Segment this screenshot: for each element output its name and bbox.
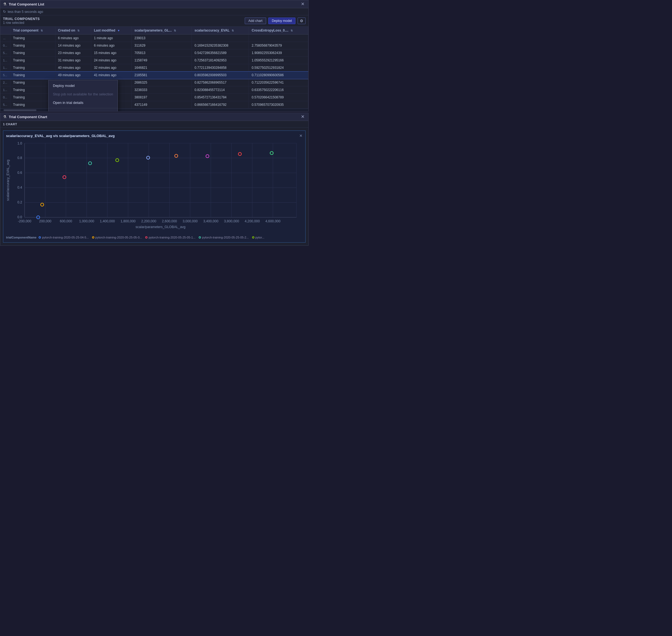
refresh-bar: ↻ less than 5 seconds ago <box>0 8 308 15</box>
add-chart-button[interactable]: Add chart <box>245 18 266 24</box>
table-row[interactable]: 5...Training23 minutes ago15 minutes ago… <box>0 49 308 57</box>
table-cell-4-5: 0.7721139430284858 <box>191 64 249 72</box>
svg-text:1,000,000: 1,000,000 <box>79 219 94 223</box>
svg-text:0.0: 0.0 <box>17 215 22 219</box>
table-cell-1-6: 2.758056879043579 <box>249 42 308 49</box>
table-cell-3-5: 0.7256371814092953 <box>191 57 249 64</box>
scroll-thumb[interactable] <box>4 110 37 111</box>
table-cell-5-4: 2185581 <box>131 72 191 79</box>
table-cell-8-0: 0... <box>0 94 10 101</box>
svg-text:0.6: 0.6 <box>17 171 22 175</box>
svg-text:600,000: 600,000 <box>60 219 72 223</box>
table-cell-8-5: 0.8545727136431784 <box>191 94 249 101</box>
settings-button[interactable]: ⚙ <box>298 18 306 24</box>
svg-text:1.0: 1.0 <box>17 141 22 145</box>
table-cell-2-2: 23 minutes ago <box>55 49 91 57</box>
svg-text:3,400,000: 3,400,000 <box>203 219 219 223</box>
refresh-icon: ↻ <box>3 9 6 14</box>
table-cell-4-0: 1... <box>0 64 10 72</box>
col-header-param[interactable]: scalar/parameters_GL... ⇅ <box>131 26 191 35</box>
deploy-model-button[interactable]: Deploy model <box>268 18 296 24</box>
legend-text-2: pytorch-training-2020-05-25-05-0... <box>95 236 142 239</box>
sort-icon-name: ⇅ <box>41 29 43 32</box>
table-cell-0-4: 239013 <box>131 35 191 42</box>
legend-item-5: pytor... <box>252 236 264 239</box>
panel-title-top: Trial Component List <box>9 2 298 6</box>
trial-component-list-panel: ⚗ Trial Component List ✕ ↻ less than 5 s… <box>0 0 309 112</box>
svg-text:200,000: 200,000 <box>39 219 52 223</box>
panel-header-bottom: ⚗ Trial Component Chart ✕ <box>0 113 308 121</box>
chart-svg: 0.0 0.2 0.4 0.6 0.8 1.0 scalar/accuracy_… <box>6 140 303 233</box>
col-header-created[interactable]: Created on ⇅ <box>55 26 91 35</box>
sort-icon-created: ⇅ <box>77 29 80 32</box>
context-menu-copy[interactable]: Copy cell contents <box>48 110 118 111</box>
toolbar-top: TRIAL COMPONENTS 1 row selected Add char… <box>0 15 308 26</box>
table-cell-6-6: 0.7122035622596741 <box>249 79 308 86</box>
table-cell-0-2: 6 minutes ago <box>55 35 91 42</box>
legend-text-5: pytor... <box>256 236 264 239</box>
table-cell-9-5: 0.8665667166416792 <box>191 101 249 108</box>
table-header: Trial component ⇅ Created on ⇅ Last modi… <box>0 26 308 35</box>
legend-text-3: pytorch-training-2020-05-25-05-1... <box>148 236 196 239</box>
svg-text:2,200,000: 2,200,000 <box>141 219 156 223</box>
svg-text:3,800,000: 3,800,000 <box>224 219 239 223</box>
legend-item-3: pytorch-training-2020-05-25-05-1... <box>145 236 196 239</box>
table-cell-4-3: 32 minutes ago <box>91 64 131 72</box>
table-row[interactable]: 5...Training49 minutes ago41 minutes ago… <box>0 72 308 79</box>
svg-text:0.4: 0.4 <box>17 185 22 190</box>
close-panel-bottom-button[interactable]: ✕ <box>300 115 306 119</box>
table-row[interactable]: 1...Training32383330.8230884557721140.63… <box>0 86 308 94</box>
toolbar-right: Add chart Deploy model ⚙ <box>245 18 306 24</box>
close-panel-top-button[interactable]: ✕ <box>300 2 306 6</box>
table-cell-1-4: 311629 <box>131 42 191 49</box>
sort-icon-loss: ⇅ <box>290 29 293 32</box>
refresh-text: less than 5 seconds ago <box>8 10 43 14</box>
legend-item-2: pytorch-training-2020-05-25-05-0... <box>92 236 142 239</box>
svg-text:scalar/accuracy_EVAL_avg: scalar/accuracy_EVAL_avg <box>6 160 10 201</box>
chart-container: scalar/accuracy_EVAL_avg v/s scalar/para… <box>3 131 306 243</box>
table-cell-2-4: 705813 <box>131 49 191 57</box>
table-cell-9-4: 4371149 <box>131 101 191 108</box>
table-row[interactable]: 2...Training26863250.82758620689655170.7… <box>0 79 308 86</box>
table-cell-5-5: 0.8035982008995503 <box>191 72 249 79</box>
col-header-accuracy[interactable]: scalar/accuracy_EVAL ⇅ <box>191 26 249 35</box>
legend-dot-1 <box>39 236 41 239</box>
col-header-index <box>0 26 10 35</box>
table-cell-6-4: 2686325 <box>131 79 191 86</box>
legend-dot-2 <box>92 236 94 239</box>
svg-text:1,800,000: 1,800,000 <box>121 219 136 223</box>
table-cell-0-0: ... <box>0 35 10 42</box>
legend-item-1: pytorch-training-2020-05-25-04-5... <box>39 236 89 239</box>
close-chart-button[interactable]: ✕ <box>299 134 303 138</box>
table-row[interactable]: 1...Training40 minutes ago32 minutes ago… <box>0 64 308 72</box>
chart-title-bar: scalar/accuracy_EVAL_avg v/s scalar/para… <box>6 134 303 138</box>
table-row[interactable]: 0...Training38081970.85457271364317840.5… <box>0 94 308 101</box>
chart-legend: trialComponentName pytorch-training-2020… <box>6 234 303 240</box>
table-row[interactable]: 0...Training14 minutes ago6 minutes ago3… <box>0 42 308 49</box>
table-cell-5-6: 0.7110280990600586 <box>249 72 308 79</box>
table-cell-2-3: 15 minutes ago <box>91 49 131 57</box>
table-cell-1-1: Training <box>10 42 55 49</box>
col-header-loss[interactable]: CrossEntropyLoss_0.... ⇅ <box>249 26 308 35</box>
col-header-name[interactable]: Trial component ⇅ <box>10 26 55 35</box>
flask-icon: ⚗ <box>3 2 6 6</box>
legend-item-4: pytorch-training-2020-05-25-05-2... <box>199 236 249 239</box>
horizontal-scrollbar[interactable] <box>0 108 308 111</box>
flask-icon-bottom: ⚗ <box>3 115 6 119</box>
table-cell-0-3: 1 minute ago <box>91 35 131 42</box>
table-row[interactable]: 5...Training43711490.86656671664167920.5… <box>0 101 308 108</box>
context-menu-open-trial[interactable]: Open in trial details <box>48 98 118 107</box>
table-cell-1-2: 14 minutes ago <box>55 42 91 49</box>
context-menu-deploy[interactable]: Deploy model <box>48 81 118 90</box>
table-row[interactable]: 1...Training31 minutes ago24 minutes ago… <box>0 57 308 64</box>
table-cell-1-3: 6 minutes ago <box>91 42 131 49</box>
table-cell-4-1: Training <box>10 64 55 72</box>
col-header-modified[interactable]: Last modified ▼ <box>91 26 131 35</box>
table-cell-8-4: 3808197 <box>131 94 191 101</box>
table-cell-9-0: 5... <box>0 101 10 108</box>
table-cell-8-6: 0.5702066421508789 <box>249 94 308 101</box>
table-cell-0-5 <box>191 35 249 42</box>
chart-section-title: 1 CHART <box>0 121 308 128</box>
table-row[interactable]: ...Training6 minutes ago1 minute ago2390… <box>0 35 308 42</box>
table-cell-7-6: 0.6335750222206116 <box>249 86 308 94</box>
